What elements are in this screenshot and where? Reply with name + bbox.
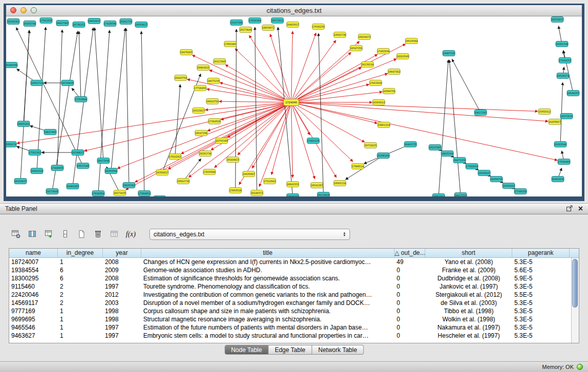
graph-node[interactable]: 19024756 (206, 99, 219, 104)
graph-edge[interactable] (449, 60, 460, 192)
graph-node[interactable]: 17852364 (432, 194, 445, 197)
graph-node[interactable]: 17892465 (224, 41, 236, 47)
graph-node[interactable]: 18293564 (105, 168, 117, 174)
graph-node[interactable]: 19487326 (443, 51, 455, 56)
table-row[interactable]: 946554611997Estimation of the future num… (9, 323, 571, 332)
graph-node[interactable]: 20391748 (556, 41, 568, 47)
graph-node[interactable]: 19742635 (61, 80, 74, 86)
graph-node[interactable]: 17693528 (229, 188, 242, 193)
graph-node[interactable]: 18755349 (215, 138, 228, 144)
graph-node[interactable]: 19483265 (67, 184, 79, 189)
graph-node[interactable]: 20732625 (364, 143, 377, 148)
graph-node[interactable]: 19137265 (429, 145, 441, 150)
import-table-button[interactable] (42, 228, 56, 240)
column-header-pagerank[interactable]: pagerank (512, 249, 570, 257)
graph-node[interactable]: 18675230 (207, 78, 220, 84)
graph-node[interactable]: 17428596 (104, 21, 116, 27)
graph-edge[interactable] (219, 101, 288, 102)
graph-edge[interactable] (235, 49, 289, 100)
graph-node[interactable]: 17253846 (75, 97, 87, 102)
graph-node[interactable]: 20148372 (251, 190, 263, 196)
graph-edge[interactable] (17, 69, 34, 81)
graph-node[interactable]: 18540297 (567, 91, 579, 96)
graph-edge[interactable] (24, 30, 29, 121)
show-columns-button[interactable] (26, 228, 39, 240)
graph-node[interactable]: 20176534 (361, 62, 374, 68)
table-row[interactable]: 1456911722003Disruption of a novel membe… (9, 299, 571, 307)
table-mode-button[interactable] (9, 228, 23, 240)
graph-node[interactable]: 19652837 (88, 18, 100, 24)
graph-edge[interactable] (16, 28, 82, 163)
graph-node[interactable]: 18105263 (7, 19, 19, 25)
graph-edge[interactable] (141, 31, 144, 190)
graph-node[interactable]: 16459827 (549, 119, 561, 125)
graph-node[interactable]: 18347291 (350, 46, 362, 51)
graph-node[interactable]: 20261738 (120, 19, 132, 25)
network-canvas[interactable]: 1724046183036141986132420732625179085141… (6, 16, 582, 196)
graph-edge[interactable] (209, 70, 288, 101)
table-row[interactable]: 1830029562008Estimation of significance … (9, 274, 571, 282)
graph-node[interactable]: 18194735 (490, 177, 503, 182)
graph-node[interactable]: 17561928 (40, 18, 52, 24)
table-row[interactable]: 946362711997Embryonic stem cells: a mode… (9, 332, 571, 340)
graph-node[interactable]: 19861324 (378, 122, 390, 128)
graph-node[interactable]: 20356817 (156, 170, 168, 176)
graph-edge[interactable] (185, 159, 201, 179)
graph-node[interactable]: 17635984 (203, 169, 215, 175)
graph-node[interactable]: 18736152 (73, 22, 85, 28)
graph-node[interactable]: 20317845 (213, 59, 226, 64)
graph-node[interactable]: 17522841 (264, 179, 276, 184)
graph-edge[interactable] (293, 105, 310, 135)
graph-edge[interactable] (294, 102, 538, 111)
graph-node[interactable]: 20361529 (31, 168, 43, 174)
graph-edge[interactable] (294, 103, 378, 123)
graph-node[interactable]: 20183546 (554, 142, 567, 147)
graph-edge[interactable] (291, 31, 293, 99)
graph-node[interactable]: 18625314 (441, 151, 453, 157)
column-header-out-de[interactable]: △ out_de... (395, 249, 425, 257)
graph-edge[interactable] (560, 82, 562, 141)
graph-node[interactable]: 18627493 (44, 129, 56, 135)
graph-edge[interactable] (563, 67, 564, 73)
graph-node[interactable]: 18372619 (560, 114, 573, 119)
graph-node[interactable]: 18593627 (135, 22, 147, 28)
graph-node[interactable]: 20296184 (377, 153, 389, 159)
graph-node[interactable]: 18303614 (373, 100, 385, 105)
graph-node[interactable]: 19326547 (478, 170, 490, 176)
graph-node[interactable]: 18843352 (287, 182, 299, 187)
table-row[interactable]: 1938455462009Genome-wide association stu… (9, 266, 571, 274)
graph-node[interactable]: 20273645 (46, 189, 58, 194)
graph-edge[interactable] (293, 41, 359, 100)
graph-node[interactable]: 20417253 (454, 193, 467, 197)
graph-edge[interactable] (294, 102, 548, 121)
float-panel-icon[interactable] (567, 205, 573, 213)
table-row[interactable]: 977716911998Corpus callosum shape and si… (9, 307, 571, 315)
function-builder-button[interactable]: f(x) (124, 228, 138, 240)
graph-edge[interactable] (294, 103, 557, 160)
table-source-dropdown[interactable]: citations_edges.txt ▲▼ (149, 229, 350, 240)
graph-node[interactable]: 20158736 (154, 196, 166, 197)
graph-edge[interactable] (125, 104, 288, 190)
graph-node[interactable]: 19617283 (474, 110, 487, 116)
table-row[interactable]: 2242004622012Investigating the contribut… (9, 291, 571, 299)
column-header-title[interactable]: title (141, 249, 395, 257)
graph-edge[interactable] (558, 26, 561, 41)
tab-node-table[interactable]: Node Table (224, 345, 269, 355)
graph-node[interactable]: 18351724 (31, 80, 43, 86)
graph-node[interactable]: 19528374 (557, 73, 569, 79)
graph-edge[interactable] (271, 105, 290, 175)
graph-node[interactable]: 20248617 (72, 150, 84, 156)
graph-node[interactable]: 16541287 (311, 183, 323, 188)
graph-node[interactable]: 18263549 (397, 54, 409, 59)
column-header-short[interactable]: short (425, 249, 512, 257)
graph-node[interactable]: 19847362 (388, 69, 400, 75)
graph-edge[interactable] (452, 59, 479, 110)
graph-node[interactable]: 17865239 (307, 138, 319, 144)
graph-node[interactable]: 20572913 (271, 18, 284, 24)
graph-edge[interactable] (95, 28, 103, 158)
graph-node[interactable]: 18659072 (262, 25, 274, 31)
graph-node[interactable]: 18394756 (383, 89, 395, 94)
graph-node[interactable]: 18463725 (404, 142, 417, 147)
graph-node[interactable]: 20291736 (199, 151, 211, 157)
graph-node[interactable]: 17426835 (51, 165, 63, 171)
